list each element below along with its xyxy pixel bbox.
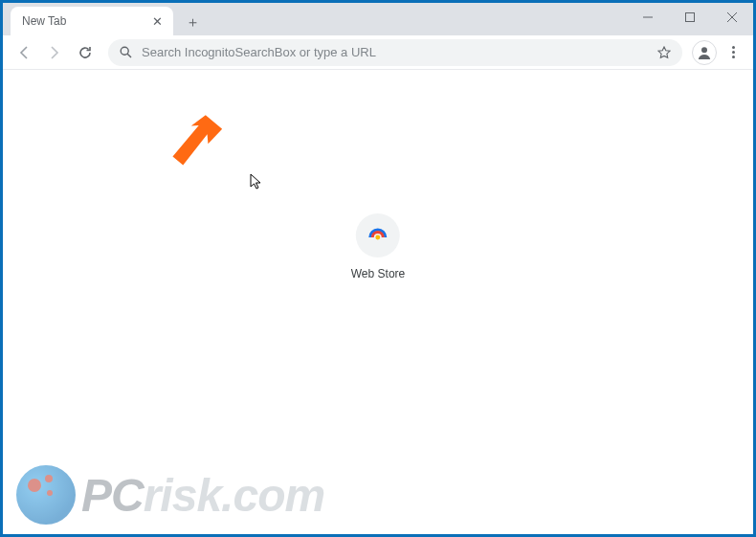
new-tab-button[interactable]: ＋ xyxy=(179,9,206,35)
close-icon xyxy=(727,12,737,22)
maximize-icon xyxy=(685,12,695,22)
person-icon xyxy=(696,44,713,61)
back-arrow-icon xyxy=(16,45,32,60)
web-store-icon xyxy=(367,225,389,246)
shortcut-icon-circle xyxy=(356,213,400,257)
globe-icon xyxy=(16,465,76,525)
window-titlebar: New Tab ✕ ＋ xyxy=(3,3,753,35)
watermark-text-pc: PC xyxy=(81,469,144,522)
shortcut-web-store[interactable]: Web Store xyxy=(351,213,405,280)
tab-title: New Tab xyxy=(22,14,150,28)
svg-line-5 xyxy=(127,54,131,57)
back-button[interactable] xyxy=(11,39,37,66)
maximize-button[interactable] xyxy=(669,3,711,32)
close-icon[interactable]: ✕ xyxy=(150,14,164,28)
watermark-logo: PCrisk.com xyxy=(16,465,324,525)
mouse-cursor-icon xyxy=(250,173,263,190)
browser-toolbar: Search IncognitoSearchBox or type a URL xyxy=(3,35,753,70)
kebab-dot-icon xyxy=(732,46,735,49)
forward-arrow-icon xyxy=(47,45,62,60)
reload-button[interactable] xyxy=(72,39,99,66)
svg-point-6 xyxy=(701,47,707,53)
svg-rect-1 xyxy=(686,13,695,22)
minimize-button[interactable] xyxy=(627,3,669,32)
shortcut-label: Web Store xyxy=(351,267,405,280)
close-window-button[interactable] xyxy=(711,3,753,32)
address-bar-placeholder: Search IncognitoSearchBox or type a URL xyxy=(142,45,648,59)
bookmark-star-icon[interactable] xyxy=(657,46,671,59)
forward-button[interactable] xyxy=(41,39,68,66)
kebab-dot-icon xyxy=(732,51,735,54)
address-bar[interactable]: Search IncognitoSearchBox or type a URL xyxy=(108,39,682,66)
minimize-icon xyxy=(643,12,653,22)
tab-strip: New Tab ✕ ＋ xyxy=(3,3,206,35)
svg-point-7 xyxy=(376,235,381,240)
profile-avatar-button[interactable] xyxy=(692,40,717,65)
svg-marker-8 xyxy=(169,114,225,167)
search-icon xyxy=(120,46,132,58)
tab-new-tab[interactable]: New Tab ✕ xyxy=(11,7,173,35)
browser-menu-button[interactable] xyxy=(721,40,745,65)
watermark-text-risk: risk.com xyxy=(144,469,324,522)
svg-point-4 xyxy=(121,47,128,55)
reload-icon xyxy=(78,45,93,60)
kebab-dot-icon xyxy=(732,56,735,58)
annotation-arrow-icon xyxy=(161,112,237,189)
window-controls xyxy=(627,3,753,35)
